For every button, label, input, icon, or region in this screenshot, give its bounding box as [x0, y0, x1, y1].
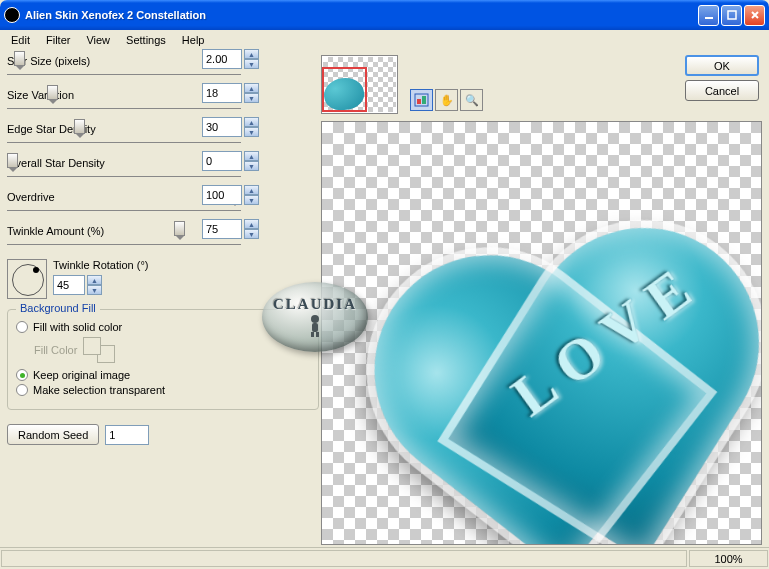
spin-down-icon[interactable]: ▼: [244, 59, 259, 69]
svg-rect-8: [316, 332, 319, 337]
menubar: Edit Filter View Settings Help: [0, 30, 769, 50]
size-variation-input[interactable]: [202, 83, 242, 103]
make-transparent-radio[interactable]: Make selection transparent: [16, 384, 310, 396]
preview-area[interactable]: LOVE: [321, 121, 762, 545]
close-button[interactable]: [744, 5, 765, 26]
watermark-figure-icon: [304, 314, 326, 338]
svg-rect-4: [422, 96, 426, 104]
spin-up-icon[interactable]: ▲: [244, 49, 259, 59]
preview-mode-button[interactable]: [410, 89, 433, 111]
size-variation-slider[interactable]: [7, 108, 241, 109]
slider-thumb[interactable]: [74, 119, 85, 134]
overall-density-slider[interactable]: [7, 176, 241, 177]
navigator-viewport[interactable]: [322, 67, 367, 112]
size-variation-row: Size Variation ▲▼: [7, 89, 319, 109]
slider-thumb[interactable]: [47, 85, 58, 100]
hand-icon: ✋: [440, 94, 454, 107]
svg-rect-1: [728, 11, 736, 19]
spin-down-icon[interactable]: ▼: [244, 161, 259, 171]
overall-density-label: Overall Star Density: [7, 157, 319, 169]
spin-up-icon[interactable]: ▲: [244, 219, 259, 229]
fill-color-swatch-front[interactable]: [83, 337, 101, 355]
preview-image: LOVE: [337, 188, 762, 545]
spin-up-icon[interactable]: ▲: [244, 117, 259, 127]
overall-density-input[interactable]: [202, 151, 242, 171]
hand-tool-button[interactable]: ✋: [435, 89, 458, 111]
star-size-slider[interactable]: [7, 74, 241, 75]
menu-filter[interactable]: Filter: [39, 32, 77, 48]
fill-color-label: Fill Color: [34, 344, 77, 356]
fill-color-row: Fill Color: [34, 337, 310, 363]
statusbar: 100%: [0, 547, 769, 569]
svg-rect-2: [415, 94, 428, 106]
magnifier-icon: 🔍: [465, 94, 479, 107]
svg-rect-7: [311, 332, 314, 337]
app-icon: [4, 7, 20, 23]
edge-density-slider[interactable]: [7, 142, 241, 143]
twinkle-amount-row: Twinkle Amount (%) ▲▼: [7, 225, 319, 245]
svg-rect-6: [312, 323, 318, 332]
maximize-button[interactable]: [721, 5, 742, 26]
overall-density-row: Overall Star Density ▲▼: [7, 157, 319, 177]
spin-down-icon[interactable]: ▼: [244, 229, 259, 239]
star-size-row: Star Size (pixels) ▲▼: [7, 55, 319, 75]
navigator-thumbnail[interactable]: [321, 55, 398, 114]
spin-down-icon[interactable]: ▼: [87, 285, 102, 295]
menu-help[interactable]: Help: [175, 32, 212, 48]
random-seed-row: Random Seed: [7, 424, 319, 445]
spin-down-icon[interactable]: ▼: [244, 127, 259, 137]
edge-density-label: Edge Star Density: [7, 123, 319, 135]
menu-view[interactable]: View: [79, 32, 117, 48]
random-seed-input[interactable]: [105, 425, 149, 445]
menu-edit[interactable]: Edit: [4, 32, 37, 48]
slider-thumb[interactable]: [174, 221, 185, 236]
twinkle-amount-label: Twinkle Amount (%): [7, 225, 319, 237]
twinkle-rotation-row: Twinkle Rotation (°) ▲▼: [7, 259, 319, 299]
twinkle-rotation-label: Twinkle Rotation (°): [53, 259, 149, 271]
minimize-button[interactable]: [698, 5, 719, 26]
overdrive-slider[interactable]: [7, 210, 241, 211]
zoom-tool-button[interactable]: 🔍: [460, 89, 483, 111]
titlebar: Alien Skin Xenofex 2 Constellation: [0, 0, 769, 30]
cancel-button[interactable]: Cancel: [685, 80, 759, 101]
edge-density-row: Edge Star Density ▲▼: [7, 123, 319, 143]
menu-settings[interactable]: Settings: [119, 32, 173, 48]
spin-down-icon[interactable]: ▼: [244, 195, 259, 205]
ok-button[interactable]: OK: [685, 55, 759, 76]
star-size-label: Star Size (pixels): [7, 55, 319, 67]
spin-up-icon[interactable]: ▲: [87, 275, 102, 285]
watermark: CLAUDIA: [262, 282, 368, 352]
window-title: Alien Skin Xenofex 2 Constellation: [25, 9, 698, 21]
spin-up-icon[interactable]: ▲: [244, 151, 259, 161]
svg-point-5: [311, 315, 319, 323]
twinkle-rotation-input[interactable]: [53, 275, 85, 295]
twinkle-amount-input[interactable]: [202, 219, 242, 239]
rotation-dial[interactable]: [7, 259, 47, 299]
background-fill-title: Background Fill: [16, 302, 100, 314]
spin-up-icon[interactable]: ▲: [244, 185, 259, 195]
overdrive-input[interactable]: [202, 185, 242, 205]
status-main: [1, 550, 687, 567]
overdrive-row: Overdrive ▲▼: [7, 191, 319, 211]
slider-thumb[interactable]: [14, 51, 25, 66]
status-zoom: 100%: [689, 550, 768, 567]
twinkle-amount-slider[interactable]: [7, 244, 241, 245]
slider-thumb[interactable]: [7, 153, 18, 168]
spin-up-icon[interactable]: ▲: [244, 83, 259, 93]
watermark-text: CLAUDIA: [273, 296, 357, 313]
svg-rect-0: [705, 17, 713, 19]
overdrive-label: Overdrive: [7, 191, 319, 203]
random-seed-button[interactable]: Random Seed: [7, 424, 99, 445]
star-size-input[interactable]: [202, 49, 242, 69]
spin-down-icon[interactable]: ▼: [244, 93, 259, 103]
svg-rect-3: [417, 99, 421, 104]
keep-original-radio[interactable]: Keep original image: [16, 369, 310, 381]
edge-density-input[interactable]: [202, 117, 242, 137]
